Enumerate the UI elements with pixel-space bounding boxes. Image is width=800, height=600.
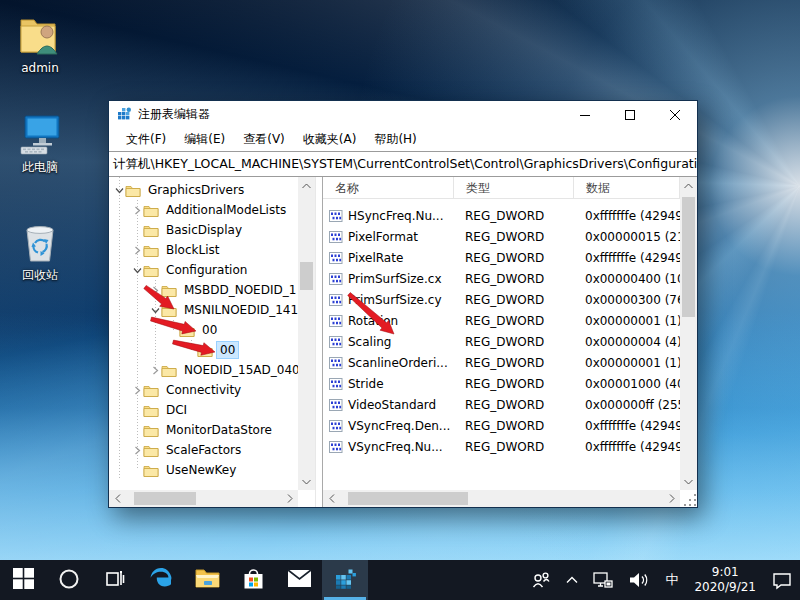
value-data: 0x00000300 (768) bbox=[573, 293, 680, 307]
value-row-Scaling[interactable]: ScalingREG_DWORD0x00000004 (4) bbox=[323, 331, 680, 352]
tray-chevron-up-icon[interactable] bbox=[559, 560, 585, 600]
menu-item-4[interactable]: 帮助(H) bbox=[365, 129, 425, 150]
value-row-PrimSurfSize-cy[interactable]: PrimSurfSize.cyREG_DWORD0x00000300 (768) bbox=[323, 289, 680, 310]
list-horizontal-scrollbar[interactable] bbox=[323, 490, 680, 507]
menu-item-0[interactable]: 文件(F) bbox=[117, 129, 175, 150]
recycle-bin-icon bbox=[7, 218, 73, 264]
chevron-down-icon[interactable] bbox=[131, 266, 143, 275]
folder-icon bbox=[125, 184, 141, 197]
value-type: REG_DWORD bbox=[453, 377, 573, 391]
value-type: REG_DWORD bbox=[453, 335, 573, 349]
column-header-数据[interactable]: 数据 bbox=[574, 177, 680, 198]
window-title: 注册表编辑器 bbox=[138, 106, 562, 123]
scroll-right-icon[interactable] bbox=[663, 490, 680, 507]
taskbar-regedit-button[interactable] bbox=[322, 560, 368, 600]
chevron-right-icon[interactable] bbox=[131, 206, 143, 215]
folder-icon bbox=[143, 464, 159, 477]
folder-icon bbox=[143, 384, 159, 397]
tree-item-Configuration[interactable]: Configuration bbox=[109, 260, 298, 280]
scroll-down-icon[interactable] bbox=[298, 473, 315, 490]
value-row-PrimSurfSize-cx[interactable]: PrimSurfSize.cxREG_DWORD0x00000400 (1024… bbox=[323, 268, 680, 289]
tree-vertical-scrollbar[interactable] bbox=[298, 177, 315, 490]
value-row-HSyncFreq-Nu---[interactable]: HSyncFreq.Nu...REG_DWORD0xfffffffe (4294… bbox=[323, 205, 680, 226]
value-row-VSyncFreq-Nu---[interactable]: VSyncFreq.Nu...REG_DWORD0xfffffffe (4294… bbox=[323, 436, 680, 457]
menu-item-1[interactable]: 编辑(E) bbox=[175, 129, 234, 150]
value-row-PixelRate[interactable]: PixelRateREG_DWORD0xfffffffe (4294967294… bbox=[323, 247, 680, 268]
taskbar-clock[interactable]: 9:012020/9/21 bbox=[686, 565, 764, 595]
chevron-down-icon[interactable] bbox=[113, 186, 125, 195]
taskbar-cortana-button[interactable] bbox=[46, 560, 92, 600]
folder-icon bbox=[161, 284, 177, 297]
chevron-right-icon[interactable] bbox=[131, 246, 143, 255]
action-center-icon[interactable] bbox=[764, 560, 800, 600]
tree-item-AdditionalModeLists[interactable]: AdditionalModeLists bbox=[109, 200, 298, 220]
column-header-名称[interactable]: 名称 bbox=[323, 177, 454, 198]
desktop-icon-回收站[interactable]: 回收站 bbox=[7, 218, 73, 284]
desktop-wallpaper: admin此电脑回收站 注册表编辑器 文件(F)编辑(E)查看(V)收藏夹(A)… bbox=[0, 0, 800, 600]
chevron-down-icon[interactable] bbox=[149, 306, 161, 315]
column-header-类型[interactable]: 类型 bbox=[454, 177, 574, 198]
tree-item-MonitorDataStore[interactable]: MonitorDataStore bbox=[109, 420, 298, 440]
tree-item-00[interactable]: 00 bbox=[109, 320, 298, 340]
value-row-PixelFormat[interactable]: PixelFormatREG_DWORD0x00000015 (21) bbox=[323, 226, 680, 247]
chevron-right-icon[interactable] bbox=[149, 286, 161, 295]
value-name: PixelFormat bbox=[348, 230, 453, 244]
maximize-button[interactable] bbox=[607, 101, 652, 128]
tree-item-00[interactable]: 00 bbox=[109, 340, 298, 360]
chevron-right-icon[interactable] bbox=[131, 446, 143, 455]
tree-item-ScaleFactors[interactable]: ScaleFactors bbox=[109, 440, 298, 460]
folder-icon bbox=[143, 264, 159, 277]
minimize-button[interactable] bbox=[562, 101, 607, 128]
ime-indicator[interactable]: 中 bbox=[657, 571, 686, 589]
tree-item-MSBDD_NOEDID_1[interactable]: MSBDD_NOEDID_1 bbox=[109, 280, 298, 300]
tree-item-GraphicsDrivers[interactable]: GraphicsDrivers bbox=[109, 180, 298, 200]
tree-item-BasicDisplay[interactable]: BasicDisplay bbox=[109, 220, 298, 240]
desktop-icon-此电脑[interactable]: 此电脑 bbox=[7, 110, 73, 176]
pane-splitter[interactable] bbox=[315, 177, 323, 507]
address-bar[interactable]: 计算机\HKEY_LOCAL_MACHINE\SYSTEM\CurrentCon… bbox=[109, 151, 697, 177]
close-button[interactable] bbox=[652, 101, 697, 128]
scroll-left-icon[interactable] bbox=[109, 490, 126, 507]
tray-people-icon[interactable] bbox=[523, 560, 559, 600]
chevron-right-icon[interactable] bbox=[149, 366, 161, 375]
tree-item-UseNewKey[interactable]: UseNewKey bbox=[109, 460, 298, 480]
tray-volume-icon[interactable] bbox=[621, 560, 657, 600]
taskbar-store-button[interactable] bbox=[230, 560, 276, 600]
tree-item-DCI[interactable]: DCI bbox=[109, 400, 298, 420]
scroll-up-icon[interactable] bbox=[298, 177, 315, 194]
taskbar-mail-button[interactable] bbox=[276, 560, 322, 600]
tree-horizontal-scrollbar[interactable] bbox=[109, 490, 298, 507]
menu-item-2[interactable]: 查看(V) bbox=[234, 129, 294, 150]
value-name: PixelRate bbox=[348, 251, 453, 265]
value-row-ScanlineOrderi---[interactable]: ScanlineOrderi...REG_DWORD0x00000001 (1) bbox=[323, 352, 680, 373]
scrollbar-thumb[interactable] bbox=[134, 492, 196, 505]
tree-item-label: MonitorDataStore bbox=[163, 422, 275, 438]
tree-item-NOEDID_15AD_040[interactable]: NOEDID_15AD_040 bbox=[109, 360, 298, 380]
tree-item-MSNILNOEDID_141[interactable]: MSNILNOEDID_141 bbox=[109, 300, 298, 320]
scrollbar-thumb[interactable] bbox=[682, 197, 695, 317]
tray-network-icon[interactable] bbox=[585, 560, 621, 600]
desktop-icon-admin[interactable]: admin bbox=[7, 12, 73, 75]
taskbar-start-button[interactable] bbox=[0, 560, 46, 600]
scrollbar-thumb[interactable] bbox=[300, 262, 313, 290]
taskbar-task-view-button[interactable] bbox=[92, 560, 138, 600]
value-row-VSyncFreq-Den---[interactable]: VSyncFreq.Den...REG_DWORD0xfffffffe (429… bbox=[323, 415, 680, 436]
value-data: 0xfffffffe (4294967294) bbox=[573, 419, 680, 433]
title-bar[interactable]: 注册表编辑器 bbox=[109, 101, 697, 128]
scroll-up-icon[interactable] bbox=[680, 177, 697, 194]
chevron-right-icon[interactable] bbox=[131, 386, 143, 395]
menu-item-3[interactable]: 收藏夹(A) bbox=[294, 129, 366, 150]
taskbar-edge-button[interactable] bbox=[138, 560, 184, 600]
tree-item-BlockList[interactable]: BlockList bbox=[109, 240, 298, 260]
scroll-left-icon[interactable] bbox=[323, 490, 340, 507]
scroll-right-icon[interactable] bbox=[281, 490, 298, 507]
value-row-VideoStandard[interactable]: VideoStandardREG_DWORD0x000000ff (255) bbox=[323, 394, 680, 415]
folder-icon bbox=[197, 344, 213, 357]
scroll-down-icon[interactable] bbox=[680, 473, 697, 490]
scrollbar-thumb[interactable] bbox=[348, 492, 468, 505]
value-row-Stride[interactable]: StrideREG_DWORD0x00001000 (4096) bbox=[323, 373, 680, 394]
taskbar-file-explorer-button[interactable] bbox=[184, 560, 230, 600]
list-vertical-scrollbar[interactable] bbox=[680, 177, 697, 490]
value-row-Rotation[interactable]: RotationREG_DWORD0x00000001 (1) bbox=[323, 310, 680, 331]
tree-item-Connectivity[interactable]: Connectivity bbox=[109, 380, 298, 400]
